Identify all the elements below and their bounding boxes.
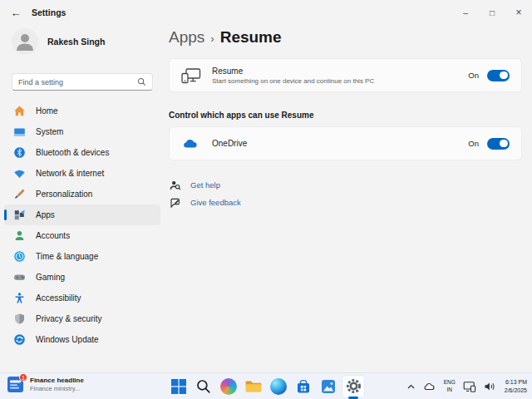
monitor-phone-icon [463,381,476,392]
cast-device-button[interactable] [463,381,476,392]
start-button[interactable] [168,376,190,397]
onedrive-setting-texts: OneDrive [212,139,468,148]
sidebar-item-gaming[interactable]: Gaming [4,267,160,288]
resume-toggle-state-label: On [468,71,479,80]
section-header: Control which apps can use Resume [169,111,313,120]
sidebar-item-windows-update[interactable]: Windows Update [4,329,160,350]
language-region: IN [446,387,452,392]
main-content: Apps › Resume Resume Start something on … [169,25,522,372]
volume-button[interactable] [484,381,497,392]
close-button[interactable]: × [505,0,532,25]
resume-setting-description: Start something on one device and contin… [212,77,468,85]
give-feedback-label: Give feedback [190,198,241,207]
sidebar-item-privacy-security[interactable]: Privacy & security [4,308,160,329]
settings-taskbar-button[interactable] [342,376,364,397]
privacy-icon [13,313,26,325]
chevron-up-icon [406,382,416,391]
window-controls: – □ × [452,0,532,25]
system-tray: ENG IN 6:13 PM 2/6/2025 [406,373,527,399]
settings-gear-icon [345,377,362,395]
apps-icon [13,209,26,221]
search-icon [137,77,146,86]
resume-devices-icon [181,67,201,84]
sidebar-item-home[interactable]: Home [4,101,160,121]
widget-headline: Finance headline [30,377,84,385]
onedrive-cloud-icon [181,136,201,150]
toggle-knob [500,140,508,148]
user-profile[interactable]: Rakesh Singh [12,28,105,55]
taskbar-search-button[interactable] [193,376,214,397]
notification-badge: 1 [19,373,27,382]
sidebar-nav: Home System Bluetooth & devices Network … [4,101,160,350]
widgets-button[interactable]: 1 Finance headline Finance ministry... [7,377,84,393]
window-title: Settings [32,7,66,17]
windows-start-icon [170,378,187,395]
personalization-icon [13,188,26,200]
sidebar-item-label: Bluetooth & devices [36,148,109,157]
language-indicator[interactable]: ENG IN [444,379,456,394]
help-links: Get help Give feedback [170,176,241,211]
taskbar: 1 Finance headline Finance ministry... [0,372,532,399]
network-icon [13,167,26,180]
clock[interactable]: 6:13 PM 2/6/2025 [505,378,527,395]
sidebar-item-apps[interactable]: Apps [4,204,160,225]
news-widget-icon: 1 [7,377,23,392]
search-input[interactable]: Find a setting [12,73,153,91]
get-help-link[interactable]: Get help [170,176,241,194]
sidebar-item-personalization[interactable]: Personalization [4,184,160,204]
settings-window: ← Settings – □ × Rakesh Singh Find a set… [0,0,532,372]
resume-setting-title: Resume [212,66,468,76]
tray-overflow-button[interactable] [406,382,416,391]
taskbar-app-icons [168,373,364,399]
minimize-button[interactable]: – [452,0,479,25]
give-feedback-link[interactable]: Give feedback [170,194,241,211]
sidebar-item-label: Network & internet [36,169,104,178]
maximize-button[interactable]: □ [479,0,505,25]
give-feedback-icon [170,197,181,209]
windows-update-icon [13,333,26,346]
edge-icon [270,378,287,395]
bluetooth-icon [13,146,26,159]
sidebar-item-bluetooth-devices[interactable]: Bluetooth & devices [4,142,160,163]
breadcrumb-apps-link[interactable]: Apps [169,28,204,47]
sidebar-item-label: Time & language [36,252,98,261]
toggle-knob [500,71,508,80]
tray-date: 2/6/2025 [505,387,527,393]
sidebar-item-system[interactable]: System [4,121,160,142]
sidebar-item-accessibility[interactable]: Accessibility [4,288,160,308]
back-button[interactable]: ← [3,2,28,22]
file-explorer-icon [244,379,263,394]
titlebar: ← Settings – □ × [0,0,532,25]
page-title: Resume [220,28,282,47]
sidebar: Rakesh Singh Find a setting Home System … [0,25,169,372]
copilot-button[interactable] [218,376,239,397]
onedrive-toggle[interactable] [487,138,510,150]
back-arrow-icon: ← [11,7,22,19]
avatar [12,28,38,55]
breadcrumb-separator: › [210,32,214,45]
maximize-icon: □ [490,8,495,17]
sidebar-item-label: Accounts [36,231,70,240]
tray-time: 6:13 PM [505,379,527,385]
sidebar-item-network-internet[interactable]: Network & internet [4,163,160,184]
resume-toggle-area: On [468,70,510,81]
accounts-icon [13,229,26,242]
sidebar-item-label: Apps [36,210,55,219]
sidebar-item-label: Privacy & security [36,314,101,323]
sidebar-item-label: System [36,127,63,136]
resume-toggle[interactable] [487,70,510,81]
user-name: Rakesh Singh [47,37,105,47]
onedrive-toggle-state-label: On [468,139,479,148]
sidebar-item-time-language[interactable]: Time & language [4,246,160,267]
edge-button[interactable] [268,376,289,397]
copilot-icon [220,378,237,395]
onedrive-tray-button[interactable] [423,381,436,392]
photos-button[interactable] [318,376,339,397]
sidebar-item-label: Accessibility [36,293,81,303]
search-placeholder: Find a setting [18,78,137,86]
resume-setting-texts: Resume Start something on one device and… [212,66,468,85]
onedrive-toggle-area: On [468,138,510,150]
sidebar-item-accounts[interactable]: Accounts [4,225,160,246]
microsoft-store-button[interactable] [293,376,314,397]
file-explorer-button[interactable] [243,376,264,397]
